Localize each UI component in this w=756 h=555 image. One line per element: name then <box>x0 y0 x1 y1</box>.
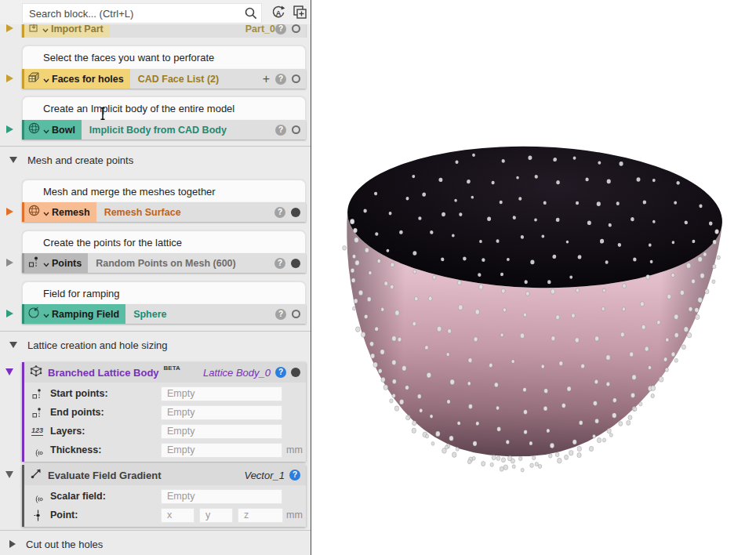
bowl-3d-render <box>0 0 756 555</box>
ntop-window: A Import Part Part_0 ? <box>0 0 756 555</box>
viewport-3d[interactable] <box>311 0 756 555</box>
